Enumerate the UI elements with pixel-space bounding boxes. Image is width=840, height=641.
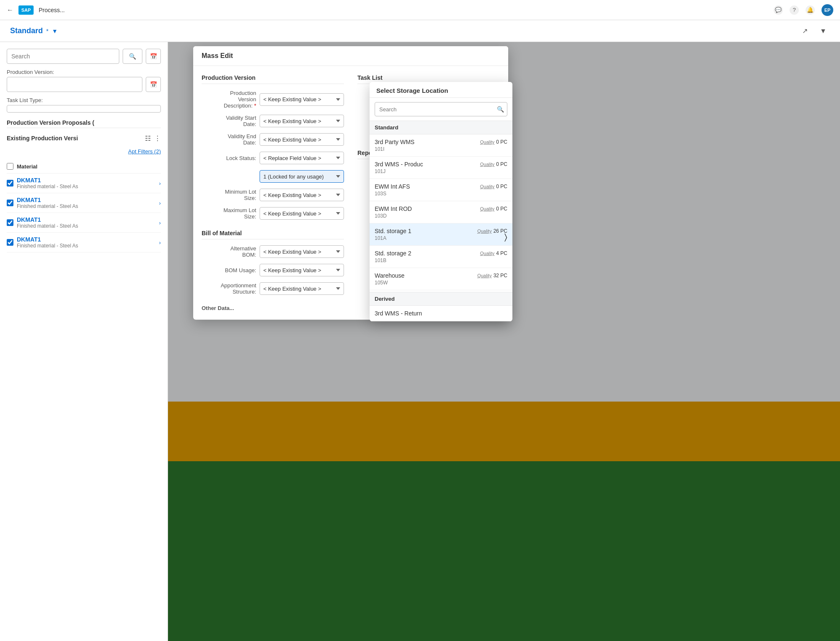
search-input[interactable] [7, 49, 119, 64]
storage-item-id-0: 101I [375, 146, 507, 152]
apportionment-select[interactable]: < Keep Existing Value > [260, 282, 344, 295]
storage-item-row1-6: Warehouse Quality 32 PC [375, 272, 507, 279]
storage-item-quality-count-3: 0 PC [496, 206, 507, 212]
list-item-checkbox-3[interactable] [7, 239, 13, 246]
list-item-checkbox-0[interactable] [7, 180, 13, 187]
storage-item-quality-count-5: 4 PC [496, 250, 507, 256]
storage-item-quality-count-0: 0 PC [496, 139, 507, 145]
list-item-name-0[interactable]: DKMAT1 [17, 177, 78, 184]
validity-start-label: Validity StartDate: [202, 115, 256, 127]
storage-item-3[interactable]: EWM Int ROD Quality 0 PC 103D [370, 201, 512, 223]
validity-start-field: Validity StartDate: < Keep Existing Valu… [202, 115, 344, 127]
list-item[interactable]: DKMAT1 Finished material - Steel As › [7, 193, 161, 213]
alt-bom-select[interactable]: < Keep Existing Value > [260, 245, 344, 258]
max-lot-select[interactable]: < Keep Existing Value > [260, 207, 344, 220]
adapt-filters-link[interactable]: Apt Filters (2) [128, 148, 161, 155]
list-item-checkbox-2[interactable] [7, 219, 13, 226]
list-item-name-3[interactable]: DKMAT1 [17, 236, 78, 243]
content-row: 🔍 📅 Production Version: 📅 Task List Type… [0, 42, 840, 641]
storage-item-quality-4: Quality 26 PC [477, 228, 507, 234]
storage-item-quality-3: Quality 0 PC [480, 206, 507, 212]
storage-list: Standard 3rd Party WMS Quality 0 PC 101I [370, 121, 512, 321]
storage-item-6[interactable]: Warehouse Quality 32 PC 105W [370, 268, 512, 290]
storage-item-row1-2: EWM Int AFS Quality 0 PC [375, 183, 507, 190]
list-item-name-1[interactable]: DKMAT1 [17, 197, 78, 203]
storage-item-id-4: 101A [375, 235, 507, 241]
storage-item-quality-1: Quality 0 PC [480, 161, 507, 167]
calendar-filter-button[interactable]: 📅 [146, 49, 161, 64]
chat-icon[interactable]: 💬 [774, 5, 783, 15]
sap-logo: SAP [18, 5, 34, 15]
lock-status-locked-field: 1 (Locked for any usage) [202, 170, 344, 183]
min-lot-field: Minimum LotSize: < Keep Existing Value > [202, 189, 344, 201]
list-item-desc-1: Finished material - Steel As [17, 203, 78, 209]
select-all-checkbox[interactable] [7, 163, 13, 170]
share-button[interactable]: ↗ [798, 24, 811, 38]
prod-version-desc-select[interactable]: < Keep Existing Value > [260, 93, 344, 106]
back-button[interactable]: ← [7, 6, 13, 14]
storage-search-input[interactable] [375, 102, 507, 116]
storage-search-row: 🔍 [370, 98, 512, 121]
validity-end-select[interactable]: < Keep Existing Value > [260, 133, 344, 146]
storage-item-quality-label-2: Quality [480, 184, 494, 189]
proposals-section-title: Production Version Proposals ( [7, 118, 161, 128]
right-panel: Mass Edit Production Version ProductionV… [168, 42, 840, 641]
storage-item-2[interactable]: EWM Int AFS Quality 0 PC 103S [370, 179, 512, 201]
min-lot-select[interactable]: < Keep Existing Value > [260, 189, 344, 201]
date-picker-button[interactable]: 📅 [146, 77, 161, 92]
standard-dot: * [46, 28, 48, 34]
list-item-checkbox-1[interactable] [7, 200, 13, 206]
storage-item-quality-label-6: Quality [477, 273, 491, 278]
storage-item-derived-0[interactable]: 3rd WMS - Return [370, 306, 512, 321]
list-item[interactable]: DKMAT1 Finished material - Steel As › [7, 233, 161, 252]
storage-item-quality-0: Quality 0 PC [480, 139, 507, 145]
task-list-type-label: Task List Type: [7, 97, 161, 103]
storage-item-name-2: EWM Int AFS [375, 183, 410, 190]
storage-item-1[interactable]: 3rd WMS - Produc Quality 0 PC 101J [370, 157, 512, 179]
validity-start-select[interactable]: < Keep Existing Value > [260, 115, 344, 127]
task-list-type-input[interactable] [7, 105, 161, 113]
help-icon[interactable]: ? [790, 5, 799, 15]
more-options-button[interactable]: ⋮ [154, 134, 161, 142]
storage-item-quality-2: Quality 0 PC [480, 184, 507, 189]
storage-item-0[interactable]: 3rd Party WMS Quality 0 PC 101I [370, 134, 512, 157]
standard-chevron[interactable]: ▼ [52, 28, 58, 34]
storage-item-quality-label-0: Quality [480, 139, 494, 144]
list-item-name-2[interactable]: DKMAT1 [17, 216, 78, 223]
production-version-field: Production Version: 📅 [7, 69, 161, 92]
standard-header: Standard * ▼ ↗ ▼ [0, 20, 840, 42]
list-item[interactable]: DKMAT1 Finished material - Steel As › [7, 173, 161, 193]
prod-version-desc-label: ProductionVersionDescription: [202, 90, 256, 109]
lock-status-select[interactable]: < Replace Field Value > [260, 152, 344, 164]
validity-end-label: Validity EndDate: [202, 133, 256, 146]
storage-item-quality-count-2: 0 PC [496, 184, 507, 189]
column-settings-button[interactable]: ☷ [145, 134, 151, 142]
list-item-header: Material [7, 160, 161, 173]
prod-version-desc-field: ProductionVersionDescription: < Keep Exi… [202, 90, 344, 109]
list-item-arrow-1[interactable]: › [159, 200, 161, 206]
storage-item-4[interactable]: Std. storage 1 Quality 26 PC 101A 〉 [370, 223, 512, 246]
storage-item-id-3: 103D [375, 213, 507, 219]
avatar[interactable]: EP [822, 4, 833, 16]
lock-status-field: Lock Status: < Replace Field Value > [202, 152, 344, 164]
chevron-down-button[interactable]: ▼ [816, 24, 830, 38]
bom-usage-select[interactable]: < Keep Existing Value > [260, 264, 344, 276]
storage-item-name-0: 3rd Party WMS [375, 139, 415, 145]
list-item-arrow-3[interactable]: › [159, 239, 161, 246]
bell-icon[interactable]: 🔔 [806, 5, 815, 15]
min-lot-label: Minimum LotSize: [202, 189, 256, 201]
list-item[interactable]: DKMAT1 Finished material - Steel As › [7, 213, 161, 233]
lock-status-locked-select[interactable]: 1 (Locked for any usage) [260, 170, 344, 183]
validity-end-field: Validity EndDate: < Keep Existing Value … [202, 133, 344, 146]
list-item-content-0: DKMAT1 Finished material - Steel As [17, 177, 78, 189]
storage-item-quality-label-3: Quality [480, 206, 494, 211]
production-version-input[interactable] [7, 77, 142, 92]
search-button[interactable]: 🔍 [123, 49, 142, 64]
app-title: Process... [39, 7, 65, 13]
existing-section-title: Existing Production Versi [7, 133, 78, 143]
storage-item-5[interactable]: Std. storage 2 Quality 4 PC 101B [370, 246, 512, 268]
list-item-arrow-0[interactable]: › [159, 180, 161, 187]
left-panel: 🔍 📅 Production Version: 📅 Task List Type… [0, 42, 168, 641]
dialog-title: Mass Edit [193, 46, 508, 66]
list-item-arrow-2[interactable]: › [159, 220, 161, 226]
